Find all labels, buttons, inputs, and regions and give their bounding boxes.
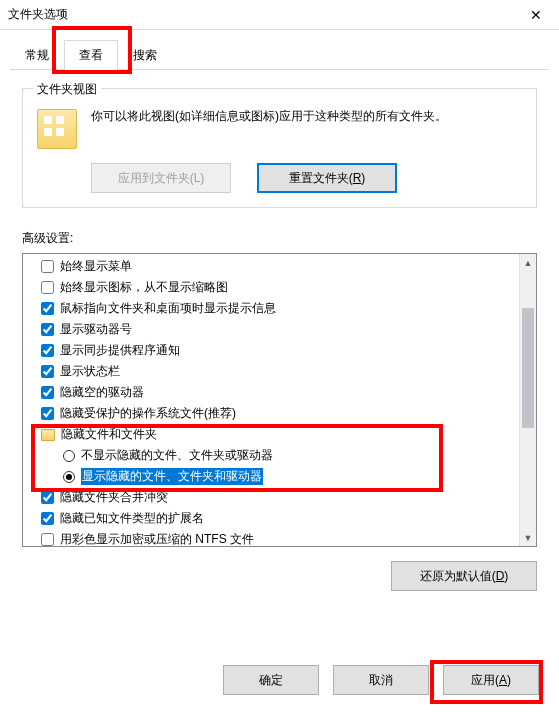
cancel-button[interactable]: 取消 bbox=[333, 665, 429, 695]
folder-icon bbox=[41, 429, 55, 441]
advanced-item-label: 始终显示图标，从不显示缩略图 bbox=[60, 279, 228, 296]
advanced-item-label: 始终显示菜单 bbox=[60, 258, 132, 275]
advanced-checkbox[interactable] bbox=[41, 491, 54, 504]
advanced-item-label: 不显示隐藏的文件、文件夹或驱动器 bbox=[81, 447, 273, 464]
advanced-item-13[interactable]: 用彩色显示加密或压缩的 NTFS 文件 bbox=[23, 529, 519, 546]
tab-view[interactable]: 查看 bbox=[64, 40, 118, 70]
advanced-item-8[interactable]: 隐藏文件和文件夹 bbox=[23, 424, 519, 445]
restore-defaults-button[interactable]: 还原为默认值(D) bbox=[391, 561, 537, 591]
tab-general[interactable]: 常规 bbox=[10, 40, 64, 70]
advanced-item-label: 用彩色显示加密或压缩的 NTFS 文件 bbox=[60, 531, 254, 546]
advanced-item-label: 隐藏受保护的操作系统文件(推荐) bbox=[60, 405, 236, 422]
close-icon: ✕ bbox=[530, 7, 542, 23]
apply-to-folders-button: 应用到文件夹(L) bbox=[91, 163, 231, 193]
close-button[interactable]: ✕ bbox=[513, 0, 559, 30]
advanced-item-label: 显示状态栏 bbox=[60, 363, 120, 380]
advanced-radio[interactable] bbox=[63, 471, 75, 483]
advanced-item-label: 隐藏文件和文件夹 bbox=[61, 426, 157, 443]
advanced-item-12[interactable]: 隐藏已知文件类型的扩展名 bbox=[23, 508, 519, 529]
window-title: 文件夹选项 bbox=[8, 6, 68, 23]
advanced-item-6[interactable]: 隐藏空的驱动器 bbox=[23, 382, 519, 403]
advanced-checkbox[interactable] bbox=[41, 407, 54, 420]
advanced-checkbox[interactable] bbox=[41, 281, 54, 294]
folder-views-description: 你可以将此视图(如详细信息或图标)应用于这种类型的所有文件夹。 bbox=[91, 107, 447, 126]
advanced-checkbox[interactable] bbox=[41, 260, 54, 273]
advanced-item-2[interactable]: 鼠标指向文件夹和桌面项时显示提示信息 bbox=[23, 298, 519, 319]
advanced-item-4[interactable]: 显示同步提供程序通知 bbox=[23, 340, 519, 361]
advanced-checkbox[interactable] bbox=[41, 512, 54, 525]
scroll-up-icon[interactable]: ▲ bbox=[520, 254, 536, 271]
advanced-checkbox[interactable] bbox=[41, 302, 54, 315]
advanced-item-0[interactable]: 始终显示菜单 bbox=[23, 256, 519, 277]
advanced-settings-label: 高级设置: bbox=[22, 230, 537, 247]
advanced-item-label: 隐藏已知文件类型的扩展名 bbox=[60, 510, 204, 527]
advanced-item-3[interactable]: 显示驱动器号 bbox=[23, 319, 519, 340]
apply-button[interactable]: 应用(A) bbox=[443, 665, 539, 695]
title-bar: 文件夹选项 ✕ bbox=[0, 0, 559, 30]
advanced-checkbox[interactable] bbox=[41, 344, 54, 357]
tab-strip: 常规 查看 搜索 bbox=[10, 40, 549, 70]
advanced-item-1[interactable]: 始终显示图标，从不显示缩略图 bbox=[23, 277, 519, 298]
advanced-item-11[interactable]: 隐藏文件夹合并冲突 bbox=[23, 487, 519, 508]
advanced-item-label: 显示同步提供程序通知 bbox=[60, 342, 180, 359]
advanced-item-10[interactable]: 显示隐藏的文件、文件夹和驱动器 bbox=[23, 466, 519, 487]
folder-views-icon bbox=[37, 109, 77, 149]
advanced-settings-list: 始终显示菜单始终显示图标，从不显示缩略图鼠标指向文件夹和桌面项时显示提示信息显示… bbox=[22, 253, 537, 547]
advanced-checkbox[interactable] bbox=[41, 365, 54, 378]
advanced-item-9[interactable]: 不显示隐藏的文件、文件夹或驱动器 bbox=[23, 445, 519, 466]
advanced-checkbox[interactable] bbox=[41, 386, 54, 399]
tab-search[interactable]: 搜索 bbox=[118, 40, 172, 70]
advanced-checkbox[interactable] bbox=[41, 533, 54, 546]
ok-button[interactable]: 确定 bbox=[223, 665, 319, 695]
advanced-item-5[interactable]: 显示状态栏 bbox=[23, 361, 519, 382]
advanced-item-label: 隐藏文件夹合并冲突 bbox=[60, 489, 168, 506]
advanced-scrollbar[interactable]: ▲ ▼ bbox=[519, 254, 536, 546]
advanced-radio[interactable] bbox=[63, 450, 75, 462]
scroll-down-icon[interactable]: ▼ bbox=[520, 529, 536, 546]
advanced-item-label: 鼠标指向文件夹和桌面项时显示提示信息 bbox=[60, 300, 276, 317]
scroll-thumb[interactable] bbox=[522, 308, 534, 428]
advanced-checkbox[interactable] bbox=[41, 323, 54, 336]
group-folder-views-legend: 文件夹视图 bbox=[33, 81, 101, 98]
advanced-item-label: 显示隐藏的文件、文件夹和驱动器 bbox=[81, 468, 263, 485]
advanced-item-7[interactable]: 隐藏受保护的操作系统文件(推荐) bbox=[23, 403, 519, 424]
dialog-buttons: 确定 取消 应用(A) bbox=[223, 665, 539, 695]
advanced-item-label: 显示驱动器号 bbox=[60, 321, 132, 338]
advanced-item-label: 隐藏空的驱动器 bbox=[60, 384, 144, 401]
group-folder-views: 文件夹视图 你可以将此视图(如详细信息或图标)应用于这种类型的所有文件夹。 应用… bbox=[22, 88, 537, 208]
reset-folders-button[interactable]: 重置文件夹(R) bbox=[257, 163, 397, 193]
